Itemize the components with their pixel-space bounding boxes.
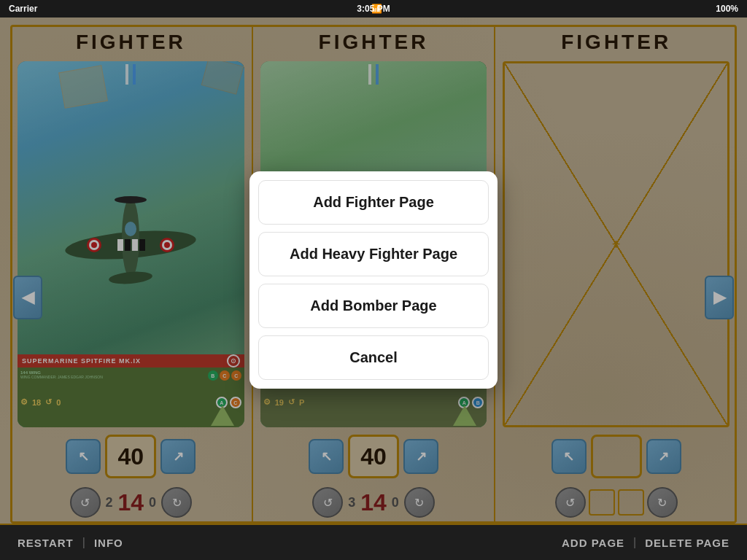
modal-overlay: Add Fighter Page Add Heavy Fighter Page … bbox=[0, 0, 747, 560]
add-bomber-page-button[interactable]: Add Bomber Page bbox=[258, 284, 489, 328]
add-heavy-fighter-page-button[interactable]: Add Heavy Fighter Page bbox=[258, 232, 489, 276]
modal-dialog: Add Fighter Page Add Heavy Fighter Page … bbox=[249, 171, 498, 389]
carrier-label: Carrier bbox=[9, 4, 37, 14]
cancel-button[interactable]: Cancel bbox=[258, 335, 489, 380]
status-bar: Carrier 📶 3:05 PM 100% bbox=[0, 0, 747, 18]
battery-indicator: 100% bbox=[716, 4, 738, 14]
time-display: 3:05 PM bbox=[357, 4, 390, 14]
add-fighter-page-button[interactable]: Add Fighter Page bbox=[258, 180, 489, 225]
